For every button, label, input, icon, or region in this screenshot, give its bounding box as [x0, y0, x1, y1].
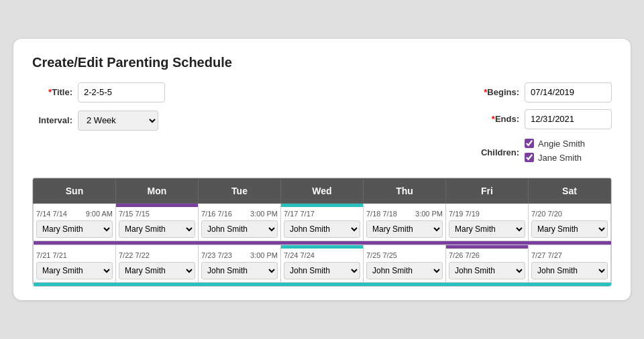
date-w2-sun: 7/21 7/21	[36, 251, 67, 259]
bar-w1-mon	[116, 204, 198, 207]
cell-w2-thu: 7/25 7/25 John Smith Mary Smith Smith Ma…	[364, 245, 446, 282]
cell-w2-wed: 7/24 7/24 John Smith Mary Smith Smith Ma…	[281, 245, 364, 282]
title-row: *Title:	[32, 82, 165, 103]
form-left: *Title: Interval: 2 Week 1 Week 3 Week 4…	[32, 82, 165, 167]
calendar-body: 7/14 7/14 9:00 AM Mary Smith John Smith …	[34, 203, 611, 286]
cell-w1-wed: 7/17 7/17 John Smith Mary Smith Smith Ma…	[281, 203, 364, 241]
bar-w1-fri	[446, 204, 528, 207]
bar-w2-tue	[199, 245, 280, 249]
bar-w2-fri	[446, 245, 528, 249]
cell-top-w1-wed: 7/17 7/17	[284, 210, 360, 218]
select-w2-tue[interactable]: John Smith Mary Smith Smith Mary	[201, 262, 278, 279]
ends-row: *Ends:	[479, 109, 612, 129]
schedule-card: Create/Edit Parenting Schedule *Title: I…	[13, 39, 631, 301]
calendar-header: Sun Mon Tue Wed Thu Fri Sat	[34, 178, 611, 203]
date-w2-sat: 7/27 7/27	[531, 251, 562, 259]
cell-w2-tue: 7/23 7/23 3:00 PM John Smith Mary Smith …	[199, 245, 281, 282]
title-input[interactable]	[78, 82, 165, 103]
week-row-2: 7/21 7/21 Mary Smith John Smith Smith Ma…	[34, 245, 611, 282]
date-w1-thu: 7/18 7/18	[366, 210, 397, 218]
select-w1-sun[interactable]: Mary Smith John Smith Smith Mary	[36, 220, 113, 238]
cell-top-w1-fri: 7/19 7/19	[449, 210, 525, 218]
select-w1-sat[interactable]: Mary Smith John Smith Smith Mary	[531, 220, 608, 238]
time-w1-thu: 3:00 PM	[415, 210, 443, 218]
begins-input[interactable]	[525, 82, 612, 103]
cell-w2-sat: 7/27 7/27 John Smith Mary Smith Smith Ma…	[529, 245, 611, 282]
header-mon: Mon	[116, 178, 199, 203]
cell-top-w2-sat: 7/27 7/27	[531, 251, 608, 259]
select-w1-wed[interactable]: John Smith Mary Smith Smith Mary	[284, 220, 360, 238]
date-w1-mon: 7/15 7/15	[119, 210, 150, 218]
cell-top-w2-sun: 7/21 7/21	[36, 251, 113, 259]
child-row-1: Jane Smith	[525, 153, 585, 163]
cell-w1-thu: 7/18 7/18 3:00 PM Mary Smith John Smith …	[364, 203, 446, 241]
cell-w2-fri: 7/26 7/26 John Smith Mary Smith Smith Ma…	[446, 245, 529, 282]
header-thu: Thu	[364, 178, 446, 203]
select-w2-mon[interactable]: Mary Smith John Smith Smith Mary	[119, 262, 195, 279]
cell-top-w1-mon: 7/15 7/15	[119, 210, 195, 218]
bar-w1-wed	[281, 204, 363, 207]
cell-top-w1-sun: 7/14 7/14 9:00 AM	[36, 210, 113, 218]
children-label: Children:	[479, 147, 519, 157]
ends-input[interactable]	[525, 109, 612, 129]
date-w2-thu: 7/25 7/25	[366, 251, 397, 259]
header-sun: Sun	[34, 178, 116, 203]
bar-w2-thu	[364, 245, 445, 249]
time-w2-tue: 3:00 PM	[250, 251, 278, 259]
header-fri: Fri	[446, 178, 529, 203]
bar-w2-mon	[116, 245, 198, 249]
cell-top-w2-fri: 7/26 7/26	[449, 251, 525, 259]
date-w2-tue: 7/23 7/23	[201, 251, 232, 259]
form-section: *Title: Interval: 2 Week 1 Week 3 Week 4…	[32, 82, 612, 167]
bar-w2-sat	[529, 245, 610, 249]
bar-w1-sun	[34, 204, 115, 207]
interval-label: Interval:	[32, 115, 72, 125]
select-w2-fri[interactable]: John Smith Mary Smith Smith Mary	[449, 262, 525, 279]
cell-w2-sun: 7/21 7/21 Mary Smith John Smith Smith Ma…	[34, 245, 116, 282]
calendar-table: Sun Mon Tue Wed Thu Fri Sat 7/14 7/14	[33, 178, 611, 287]
date-w2-wed: 7/24 7/24	[284, 251, 315, 259]
child-checkbox-1[interactable]	[525, 153, 534, 162]
header-sat: Sat	[529, 178, 611, 203]
date-w1-sun: 7/14 7/14	[36, 210, 67, 218]
cell-w1-tue: 7/16 7/16 3:00 PM John Smith Mary Smith …	[199, 203, 281, 241]
children-section: Children: Angie Smith Jane Smith	[479, 139, 585, 167]
child-checkbox-0[interactable]	[525, 139, 534, 148]
begins-row: *Begins:	[479, 82, 612, 103]
select-w1-thu[interactable]: Mary Smith John Smith Smith Mary	[366, 220, 443, 238]
select-w2-sat[interactable]: John Smith Mary Smith Smith Mary	[531, 262, 608, 279]
child-name-1: Jane Smith	[538, 153, 582, 163]
cell-w1-sat: 7/20 7/20 Mary Smith John Smith Smith Ma…	[529, 203, 611, 241]
title-label: *Title:	[32, 87, 72, 97]
date-w1-fri: 7/19 7/19	[449, 210, 480, 218]
time-w1-tue: 3:00 PM	[250, 210, 278, 218]
interval-select[interactable]: 2 Week 1 Week 3 Week 4 Week	[78, 111, 158, 131]
select-w2-thu[interactable]: John Smith Mary Smith Smith Mary	[366, 262, 443, 279]
cell-top-w1-thu: 7/18 7/18 3:00 PM	[366, 210, 443, 218]
bar-w1-sat	[529, 204, 610, 207]
cell-w1-fri: 7/19 7/19 Mary Smith John Smith Smith Ma…	[446, 203, 529, 241]
cell-top-w2-mon: 7/22 7/22	[119, 251, 195, 259]
divider-row-2	[34, 282, 611, 286]
date-w1-sat: 7/20 7/20	[531, 210, 562, 218]
cell-top-w2-thu: 7/25 7/25	[366, 251, 443, 259]
cell-w1-sun: 7/14 7/14 9:00 AM Mary Smith John Smith …	[34, 203, 116, 241]
time-w1-sun: 9:00 AM	[86, 210, 113, 218]
child-row-0: Angie Smith	[525, 139, 585, 149]
week-divider-teal	[34, 282, 611, 286]
page-title: Create/Edit Parenting Schedule	[32, 55, 612, 70]
calendar-wrapper: Sun Mon Tue Wed Thu Fri Sat 7/14 7/14	[32, 178, 612, 287]
select-w1-fri[interactable]: Mary Smith John Smith Smith Mary	[449, 220, 525, 238]
select-w2-sun[interactable]: Mary Smith John Smith Smith Mary	[36, 262, 113, 279]
select-w2-wed[interactable]: John Smith Mary Smith Smith Mary	[284, 262, 360, 279]
cell-w2-mon: 7/22 7/22 Mary Smith John Smith Smith Ma…	[116, 245, 199, 282]
cell-top-w2-wed: 7/24 7/24	[284, 251, 360, 259]
select-w1-tue[interactable]: John Smith Mary Smith Smith Mary	[201, 220, 278, 238]
date-w1-wed: 7/17 7/17	[284, 210, 315, 218]
children-list: Angie Smith Jane Smith	[525, 139, 585, 167]
header-wed: Wed	[281, 178, 364, 203]
cell-top-w1-sat: 7/20 7/20	[531, 210, 608, 218]
cell-top-w1-tue: 7/16 7/16 3:00 PM	[201, 210, 278, 218]
header-row: Sun Mon Tue Wed Thu Fri Sat	[34, 178, 611, 203]
select-w1-mon[interactable]: Mary Smith John Smith Smith Mary	[119, 220, 195, 238]
